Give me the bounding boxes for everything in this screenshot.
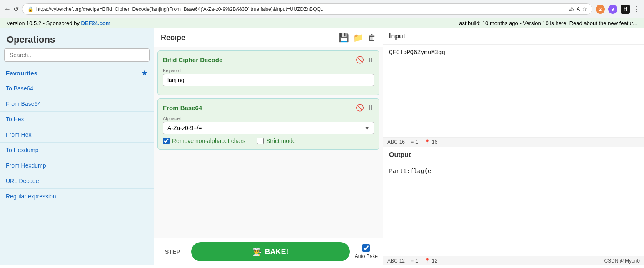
sponsor-bar: Version 10.5.2 - Sponsored by DEF24.com …	[0, 18, 644, 28]
bifid-card-title: Bifid Cipher Decode	[163, 56, 222, 63]
output-abc-label: ABC	[387, 258, 398, 264]
address-bar[interactable]: 🔒 https://cyberchef.org/#recipe=Bifid_Ci…	[22, 3, 592, 15]
url-text: https://cyberchef.org/#recipe=Bifid_Ciph…	[36, 6, 567, 12]
input-abc-item: ABC 16	[387, 139, 405, 145]
ops-item-to-hexdump[interactable]: To Hexdump	[0, 143, 154, 158]
auto-bake-checkbox[interactable]	[362, 244, 370, 252]
lock-icon: 🔒	[27, 6, 34, 12]
recipe-panel: Recipe 💾 📁 🗑 Bifid Cipher Decode 🚫 ⏸ Key	[154, 28, 383, 265]
refresh-button[interactable]: ↺	[13, 5, 19, 13]
io-panel: Input QFCfpPQ6ZymuM3gq ABC 16 ≡ 1 📍 16 O…	[383, 28, 644, 265]
input-header: Input	[383, 28, 644, 45]
output-lines-count: 12	[399, 258, 405, 264]
browser-chrome: ← ↺ 🔒 https://cyberchef.org/#recipe=Bifi…	[0, 0, 644, 18]
keyword-input[interactable]	[163, 74, 374, 86]
extension-badge-h[interactable]: H	[621, 5, 630, 14]
nav-buttons: ← ↺	[4, 5, 19, 13]
open-recipe-button[interactable]: 📁	[353, 33, 364, 43]
alphabet-select-wrap: A-Za-z0-9+/= ▼	[163, 122, 374, 134]
ops-item-from-hex[interactable]: From Hex	[0, 127, 154, 143]
bifid-card: Bifid Cipher Decode 🚫 ⏸ Keyword	[157, 50, 379, 95]
alphabet-select[interactable]: A-Za-z0-9+/=	[163, 122, 374, 134]
output-lines-item: ≡ 1	[411, 258, 418, 264]
recipe-icon-buttons: 💾 📁 🗑	[339, 33, 376, 43]
ops-item-regex[interactable]: Regular expression	[0, 189, 154, 204]
alphabet-label: Alphabet	[163, 116, 374, 121]
bake-label: BAKE!	[265, 248, 289, 256]
keyword-field-group: Keyword	[163, 68, 374, 86]
favourites-label: Favourites	[6, 70, 37, 77]
input-content[interactable]: QFCfpPQ6ZymuM3gq	[383, 45, 644, 137]
main-layout: Operations Favourites ★ To Base64 From B…	[0, 28, 644, 265]
output-section: Output Part1:flag{e ABC 12 ≡ 1 📍 12 CSDN…	[383, 147, 644, 265]
remove-nonalpha-text: Remove non-alphabet chars	[172, 138, 245, 144]
recipe-footer: STEP 👨‍🍳 BAKE! Auto Bake	[154, 238, 383, 265]
output-pin-icon: 📍	[424, 258, 430, 264]
bake-button[interactable]: 👨‍🍳 BAKE!	[191, 242, 350, 261]
input-statusbar: ABC 16 ≡ 1 📍 16	[383, 137, 644, 147]
frombase64-pause-button[interactable]: ⏸	[367, 104, 374, 112]
alphabet-field-group: Alphabet A-Za-z0-9+/= ▼	[163, 116, 374, 134]
bifid-card-header: Bifid Cipher Decode 🚫 ⏸	[163, 56, 374, 64]
build-info: Last build: 10 months ago - Version 10 i…	[456, 20, 637, 26]
input-section: Input QFCfpPQ6ZymuM3gq ABC 16 ≡ 1 📍 16	[383, 28, 644, 147]
auto-bake-wrap: Auto Bake	[355, 244, 378, 259]
strict-mode-label[interactable]: Strict mode	[257, 138, 296, 144]
operations-list: To Base64 From Base64 To Hex From Hex To…	[0, 81, 154, 265]
output-header: Output	[383, 147, 644, 163]
ops-item-to-hex[interactable]: To Hex	[0, 112, 154, 127]
output-content: Part1:flag{e	[383, 163, 644, 256]
back-button[interactable]: ←	[4, 5, 11, 13]
remove-nonalpha-label[interactable]: Remove non-alphabet chars	[163, 138, 245, 144]
clear-recipe-button[interactable]: 🗑	[368, 33, 376, 43]
input-pin-icon: 📍	[424, 139, 430, 145]
input-chars-item: 📍 16	[424, 139, 437, 145]
watermark: CSDN @Myon0	[443, 258, 640, 264]
search-input[interactable]	[4, 48, 150, 62]
bookmark-icon: ☆	[582, 6, 587, 12]
bake-icon: 👨‍🍳	[252, 247, 262, 256]
output-lines-icon: ≡	[411, 258, 414, 264]
frombase64-disable-button[interactable]: 🚫	[356, 104, 364, 112]
recipe-title: Recipe	[161, 33, 185, 42]
output-words-count: 1	[415, 258, 418, 264]
ops-item-to-base64[interactable]: To Base64	[0, 81, 154, 96]
ops-item-from-base64[interactable]: From Base64	[0, 96, 154, 112]
frombase64-card-title: From Base64	[163, 104, 202, 111]
favourites-row[interactable]: Favourites ★	[0, 65, 154, 81]
ops-item-from-hexdump[interactable]: From Hexdump	[0, 158, 154, 173]
input-lines-icon: ≡	[411, 139, 414, 145]
input-lines-item: ≡ 1	[411, 139, 418, 145]
translate-icon: あ	[569, 5, 574, 13]
save-recipe-button[interactable]: 💾	[339, 33, 349, 43]
step-button[interactable]: STEP	[159, 245, 186, 258]
output-abc-item: ABC 12	[387, 258, 405, 264]
browser-action-buttons: 2 9 H ⋮	[596, 5, 640, 14]
frombase64-card-header: From Base64 🚫 ⏸	[163, 104, 374, 112]
bifid-pause-button[interactable]: ⏸	[367, 56, 374, 64]
extension-badge-2[interactable]: 9	[608, 5, 617, 14]
more-options-button[interactable]: ⋮	[633, 5, 640, 13]
sponsor-link[interactable]: DEF24.com	[81, 20, 111, 26]
output-chars-count: 12	[432, 258, 437, 264]
input-chars-count: 16	[432, 139, 437, 145]
font-size-icon: A	[577, 6, 580, 12]
checkbox-row: Remove non-alphabet chars Strict mode	[163, 138, 374, 144]
auto-bake-label: Auto Bake	[355, 253, 378, 259]
sidebar: Operations Favourites ★ To Base64 From B…	[0, 28, 154, 265]
output-statusbar: ABC 12 ≡ 1 📍 12 CSDN @Myon0	[383, 256, 644, 265]
input-lines-count: 16	[399, 139, 405, 145]
recipe-body: Bifid Cipher Decode 🚫 ⏸ Keyword From Bas…	[154, 47, 383, 238]
extension-badge-1[interactable]: 2	[596, 5, 605, 14]
remove-nonalpha-checkbox[interactable]	[163, 138, 170, 144]
bifid-card-actions: 🚫 ⏸	[356, 56, 374, 64]
strict-mode-text: Strict mode	[266, 138, 296, 144]
input-abc-label: ABC	[387, 139, 398, 145]
strict-mode-checkbox[interactable]	[257, 138, 264, 144]
ops-item-url-decode[interactable]: URL Decode	[0, 173, 154, 189]
star-icon: ★	[141, 68, 148, 78]
recipe-header: Recipe 💾 📁 🗑	[154, 28, 383, 47]
bifid-disable-button[interactable]: 🚫	[356, 56, 364, 64]
search-box	[4, 48, 150, 62]
operations-title: Operations	[0, 28, 154, 48]
